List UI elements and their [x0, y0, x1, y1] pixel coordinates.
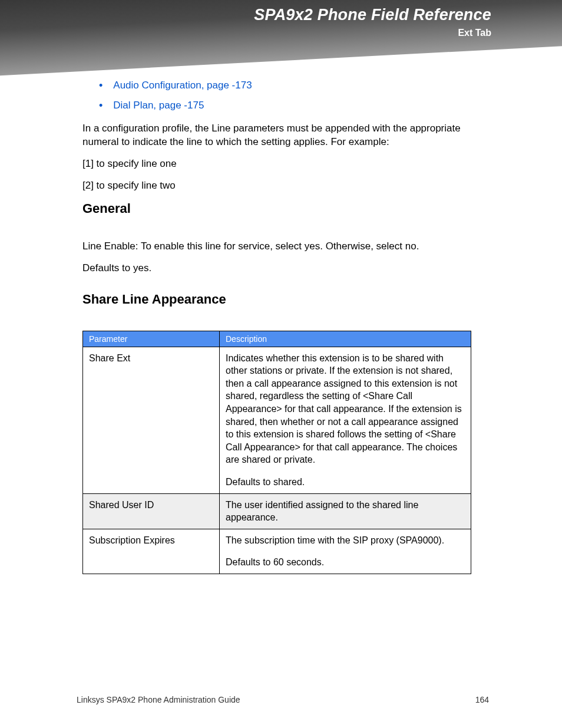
cell-param: Share Ext: [83, 347, 220, 493]
cross-ref-link[interactable]: Dial Plan, page -175: [113, 100, 204, 111]
page-title: SPA9x2 Phone Field Reference: [254, 6, 491, 24]
bullet-icon: •: [99, 100, 103, 111]
footer-page-number: 164: [475, 695, 489, 704]
cell-desc: Indicates whether this extension is to b…: [220, 347, 471, 493]
section-heading-sla: Share Line Appearance: [82, 292, 483, 307]
page: SPA9x2 Phone Field Reference Ext Tab • A…: [0, 0, 562, 728]
page-footer: Linksys SPA9x2 Phone Administration Guid…: [77, 695, 489, 704]
cell-desc: The subscription time with the SIP proxy…: [220, 529, 471, 574]
desc-text: Indicates whether this extension is to b…: [226, 353, 462, 465]
header-text-block: SPA9x2 Phone Field Reference Ext Tab: [254, 6, 491, 38]
parameter-table: Parameter Description Share Ext Indicate…: [82, 331, 471, 574]
desc-default: Defaults to shared.: [226, 476, 465, 489]
example-line: [2] to specify line two: [82, 179, 483, 193]
desc-default: Defaults to 60 seconds.: [226, 556, 465, 569]
footer-guide-name: Linksys SPA9x2 Phone Administration Guid…: [77, 695, 240, 704]
cell-param: Shared User ID: [83, 493, 220, 529]
cell-param: Subscription Expires: [83, 529, 220, 574]
general-paragraph: Line Enable: To enable this line for ser…: [82, 240, 483, 253]
table-row: Share Ext Indicates whether this extensi…: [83, 347, 471, 493]
desc-text: The user identified assigned to the shar…: [226, 500, 418, 523]
bullet-icon: •: [99, 80, 103, 91]
cell-desc: The user identified assigned to the shar…: [220, 493, 471, 529]
intro-paragraph: In a configuration profile, the Line par…: [82, 122, 483, 149]
table-header-row: Parameter Description: [83, 331, 471, 347]
table-row: Shared User ID The user identified assig…: [83, 493, 471, 529]
general-default: Defaults to yes.: [82, 262, 483, 275]
table-row: Subscription Expires The subscription ti…: [83, 529, 471, 574]
list-item: • Audio Configuration, page -173: [99, 80, 483, 91]
section-heading-general: General: [82, 201, 483, 216]
content-area: • Audio Configuration, page -173 • Dial …: [82, 80, 483, 574]
page-subtitle: Ext Tab: [254, 28, 491, 38]
link-list: • Audio Configuration, page -173 • Dial …: [99, 80, 483, 111]
cross-ref-link[interactable]: Audio Configuration, page -173: [113, 80, 252, 91]
col-header-description: Description: [220, 331, 471, 347]
desc-text: The subscription time with the SIP proxy…: [226, 535, 444, 545]
col-header-parameter: Parameter: [83, 331, 220, 347]
example-line: [1] to specify line one: [82, 157, 483, 171]
list-item: • Dial Plan, page -175: [99, 100, 483, 111]
